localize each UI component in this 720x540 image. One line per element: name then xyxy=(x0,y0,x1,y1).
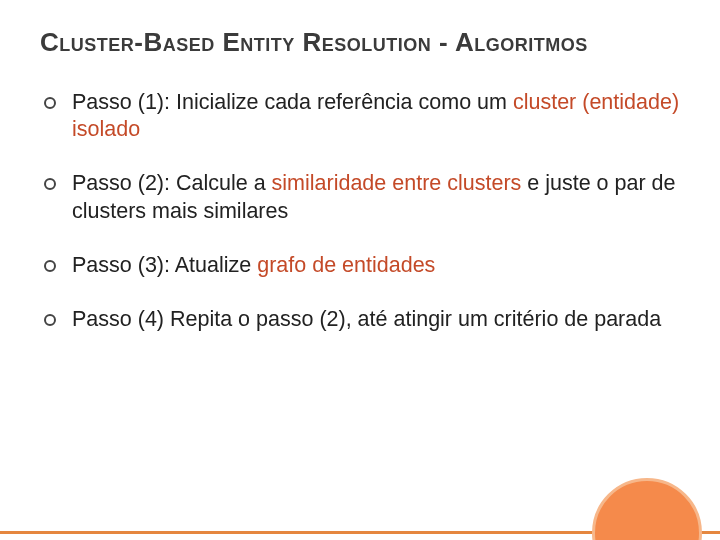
list-item: Passo (3): Atualize grafo de entidades xyxy=(44,252,680,280)
footer-circle-icon xyxy=(592,478,702,540)
text-highlight: grafo de entidades xyxy=(257,253,435,277)
text-highlight: similaridade entre clusters xyxy=(272,171,522,195)
text-part: Passo (2): Calcule a xyxy=(72,171,272,195)
bullet-icon xyxy=(44,314,56,326)
bullet-icon xyxy=(44,178,56,190)
text-part: Passo (3): Atualize xyxy=(72,253,257,277)
bullet-list: Passo (1): Inicialize cada referência co… xyxy=(40,89,680,335)
slide-title: Cluster-Based Entity Resolution - Algori… xyxy=(40,26,680,59)
list-item-text: Passo (2): Calcule a similaridade entre … xyxy=(72,170,680,226)
list-item-text: Passo (4) Repita o passo (2), até atingi… xyxy=(72,306,680,334)
bullet-icon xyxy=(44,97,56,109)
list-item-text: Passo (3): Atualize grafo de entidades xyxy=(72,252,680,280)
text-part: Passo (1): Inicialize cada referência co… xyxy=(72,90,513,114)
bullet-icon xyxy=(44,260,56,272)
list-item-text: Passo (1): Inicialize cada referência co… xyxy=(72,89,680,145)
slide: Cluster-Based Entity Resolution - Algori… xyxy=(0,0,720,540)
text-part: Passo (4) Repita o passo (2), até atingi… xyxy=(72,307,661,331)
list-item: Passo (4) Repita o passo (2), até atingi… xyxy=(44,306,680,334)
list-item: Passo (1): Inicialize cada referência co… xyxy=(44,89,680,145)
list-item: Passo (2): Calcule a similaridade entre … xyxy=(44,170,680,226)
